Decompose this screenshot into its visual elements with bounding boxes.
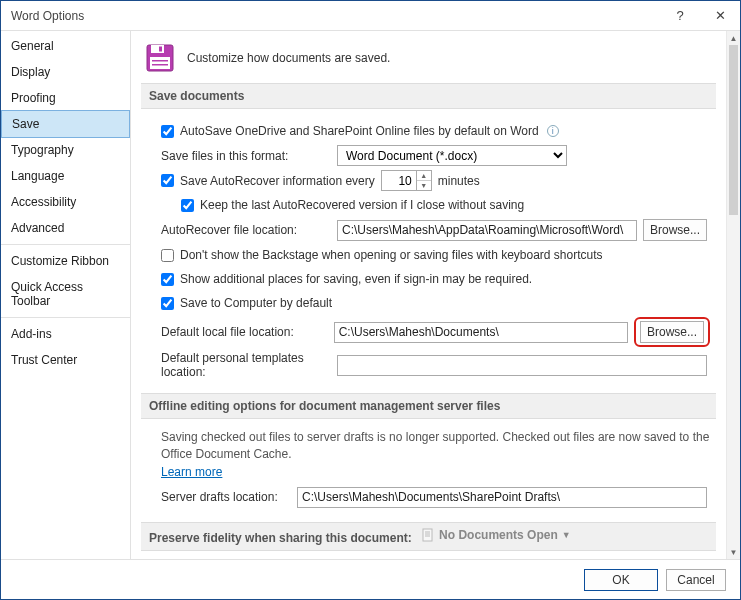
ok-button[interactable]: OK <box>584 569 658 591</box>
label-save-format: Save files in this format: <box>161 149 331 163</box>
sidebar-item-save[interactable]: Save <box>1 110 130 138</box>
sidebar-item-customize-ribbon[interactable]: Customize Ribbon <box>1 248 130 274</box>
browse-autorecover-button[interactable]: Browse... <box>643 219 707 241</box>
save-icon <box>145 43 175 73</box>
sidebar-item-typography[interactable]: Typography <box>1 137 130 163</box>
checkbox-keep-last-autorecovered[interactable]: Keep the last AutoRecovered version if I… <box>181 198 524 212</box>
checkbox-autorecover[interactable]: Save AutoRecover information every <box>161 174 375 188</box>
checkbox-save-to-computer[interactable]: Save to Computer by default <box>161 296 332 310</box>
sidebar-item-quick-access-toolbar[interactable]: Quick Access Toolbar <box>1 274 130 314</box>
sidebar-item-accessibility[interactable]: Accessibility <box>1 189 130 215</box>
checkbox-show-additional-places[interactable]: Show additional places for saving, even … <box>161 272 532 286</box>
browse-default-local-button[interactable]: Browse... <box>640 321 704 343</box>
section-preserve-fidelity: Preserve fidelity when sharing this docu… <box>141 522 716 551</box>
title-bar: Word Options ? ✕ <box>1 1 740 31</box>
svg-rect-4 <box>152 60 168 62</box>
combo-preserve-document[interactable]: No Documents Open ▼ <box>421 528 571 542</box>
sidebar-item-general[interactable]: General <box>1 33 130 59</box>
svg-rect-1 <box>151 45 164 53</box>
window-title: Word Options <box>1 9 84 23</box>
sidebar-item-trust-center[interactable]: Trust Center <box>1 347 130 373</box>
help-button[interactable]: ? <box>660 1 700 31</box>
highlight-annotation: Browse... <box>634 317 710 347</box>
category-sidebar: General Display Proofing Save Typography… <box>1 31 131 559</box>
intro-text: Customize how documents are saved. <box>187 51 390 65</box>
spinner-autorecover-minutes[interactable]: ▲ ▼ <box>381 170 432 191</box>
scroll-up-icon[interactable]: ▲ <box>727 31 740 45</box>
svg-rect-3 <box>150 57 170 69</box>
spinner-up-icon[interactable]: ▲ <box>417 171 431 181</box>
section-offline-editing: Offline editing options for document man… <box>141 393 716 419</box>
sidebar-item-language[interactable]: Language <box>1 163 130 189</box>
label-default-local-location: Default local file location: <box>161 325 328 339</box>
sidebar-item-proofing[interactable]: Proofing <box>1 85 130 111</box>
cancel-button[interactable]: Cancel <box>666 569 726 591</box>
text-offline-desc: Saving checked out files to server draft… <box>161 427 710 465</box>
svg-rect-6 <box>423 529 432 541</box>
label-default-templates-location: Default personal templates location: <box>161 351 331 379</box>
chevron-down-icon: ▼ <box>562 530 571 540</box>
link-learn-more[interactable]: Learn more <box>161 465 222 479</box>
scrollbar-vertical[interactable]: ▲ ▼ <box>726 31 740 559</box>
info-icon[interactable]: i <box>547 125 559 137</box>
svg-rect-2 <box>159 47 162 52</box>
spinner-down-icon[interactable]: ▼ <box>417 181 431 190</box>
input-default-templates-location[interactable] <box>337 355 707 376</box>
svg-rect-5 <box>152 64 168 66</box>
dialog-footer: OK Cancel <box>1 559 740 599</box>
label-server-drafts-location: Server drafts location: <box>161 490 291 504</box>
label-minutes: minutes <box>438 174 480 188</box>
input-autorecover-location[interactable] <box>337 220 637 241</box>
document-icon <box>421 528 435 542</box>
input-default-local-location[interactable] <box>334 322 628 343</box>
sidebar-item-add-ins[interactable]: Add-ins <box>1 321 130 347</box>
checkbox-dont-show-backstage[interactable]: Don't show the Backstage when opening or… <box>161 248 603 262</box>
combo-save-format[interactable]: Word Document (*.docx) <box>337 145 567 166</box>
scroll-down-icon[interactable]: ▼ <box>727 545 740 559</box>
label-autorecover-location: AutoRecover file location: <box>161 223 331 237</box>
section-save-documents: Save documents <box>141 83 716 109</box>
sidebar-item-display[interactable]: Display <box>1 59 130 85</box>
close-button[interactable]: ✕ <box>700 1 740 31</box>
scrollbar-thumb[interactable] <box>729 45 738 215</box>
sidebar-item-advanced[interactable]: Advanced <box>1 215 130 241</box>
checkbox-autosave-onedrive[interactable]: AutoSave OneDrive and SharePoint Online … <box>161 124 539 138</box>
input-server-drafts-location[interactable] <box>297 487 707 508</box>
